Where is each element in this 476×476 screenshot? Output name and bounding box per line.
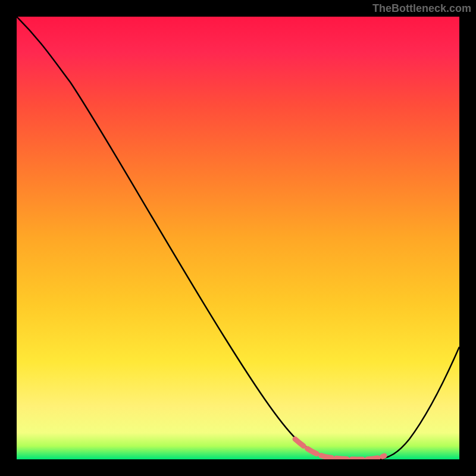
chart-container bbox=[17, 17, 459, 459]
chart-curves bbox=[17, 17, 459, 459]
main-curve bbox=[17, 17, 459, 459]
watermark-text: TheBottleneck.com bbox=[372, 2, 471, 15]
highlight-dashes bbox=[295, 439, 384, 459]
